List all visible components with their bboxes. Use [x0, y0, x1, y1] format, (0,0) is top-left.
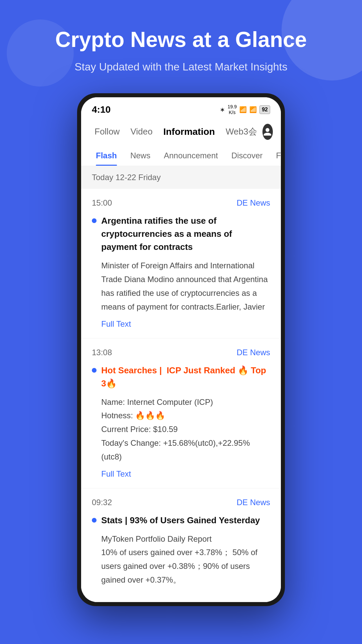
speed-indicator: 19.9K/s [228, 104, 237, 115]
sub-nav-follow[interactable]: Follo [269, 146, 281, 166]
phone-screen: 4:10 ∗ 19.9K/s 📶 📶 92 Follow Video Infor… [81, 97, 281, 602]
phone-container: 4:10 ∗ 19.9K/s 📶 📶 92 Follow Video Infor… [0, 93, 362, 606]
news-title-hot: Hot Searches | ICP Just Ranked 🔥 Top 3🔥 [101, 364, 270, 390]
news-item: 09:32 DE News Stats | 93% of Users Gaine… [81, 488, 281, 602]
nav-item-video[interactable]: Video [125, 124, 158, 140]
news-meta: 15:00 DE News [92, 198, 270, 208]
signal-icon: 📶 [249, 106, 257, 113]
news-item: 15:00 DE News Argentina ratifies the use… [81, 189, 281, 338]
news-content: Hot Searches | ICP Just Ranked 🔥 Top 3🔥 … [92, 364, 270, 479]
status-icons: ∗ 19.9K/s 📶 📶 92 [220, 104, 270, 115]
news-body: MyToken Portfolio Daily Report 10% of us… [101, 532, 270, 587]
news-body: Name: Internet Computer (ICP) Hotness: 🔥… [101, 395, 270, 464]
top-nav: Follow Video Information Web3会 [81, 118, 281, 146]
news-item: 13:08 DE News Hot Searches | ICP Just Ra… [81, 338, 281, 488]
news-meta: 09:32 DE News [92, 498, 270, 507]
news-source[interactable]: DE News [237, 348, 270, 357]
sub-nav-news[interactable]: News [124, 146, 157, 166]
full-text-link[interactable]: Full Text [101, 319, 131, 329]
nav-item-follow[interactable]: Follow [89, 124, 125, 140]
news-content: Argentina ratifies the use of cryptocurr… [92, 214, 270, 328]
news-time: 09:32 [92, 498, 112, 507]
sub-nav-flash[interactable]: Flash [89, 146, 124, 166]
phone-frame: 4:10 ∗ 19.9K/s 📶 📶 92 Follow Video Infor… [77, 93, 285, 606]
news-body: Minister of Foreign Affairs and Internat… [101, 259, 270, 314]
hero-title: Crypto News at a Glance [13, 27, 349, 53]
news-dot [92, 218, 97, 223]
news-source[interactable]: DE News [237, 198, 270, 208]
news-section: 15:00 DE News Argentina ratifies the use… [81, 189, 281, 602]
bluetooth-icon: ∗ [220, 106, 225, 113]
avatar[interactable] [262, 124, 273, 140]
news-dot [92, 518, 97, 523]
news-source[interactable]: DE News [237, 498, 270, 507]
nav-item-information[interactable]: Information [158, 124, 220, 140]
battery-indicator: 92 [259, 105, 270, 114]
status-time: 4:10 [92, 104, 111, 115]
news-dot [92, 368, 97, 373]
hero-section: Crypto News at a Glance Stay Updated wit… [0, 0, 362, 93]
news-content: Stats | 93% of Users Gained Yesterday My… [92, 514, 270, 587]
news-title: Argentina ratifies the use of cryptocurr… [101, 214, 270, 254]
nav-item-web3[interactable]: Web3会 [220, 123, 262, 140]
news-time: 13:08 [92, 348, 112, 357]
news-meta: 13:08 DE News [92, 348, 270, 357]
date-header: Today 12-22 Friday [81, 166, 281, 189]
sub-nav: Flash News Announcement Discover Follo [81, 146, 281, 166]
sub-nav-discover[interactable]: Discover [225, 146, 269, 166]
sub-nav-announcement[interactable]: Announcement [157, 146, 225, 166]
status-bar: 4:10 ∗ 19.9K/s 📶 📶 92 [81, 97, 281, 118]
news-time: 15:00 [92, 198, 112, 208]
full-text-link[interactable]: Full Text [101, 469, 131, 479]
news-title: Stats | 93% of Users Gained Yesterday [101, 514, 270, 527]
wifi-icon: 📶 [239, 106, 247, 113]
hero-subtitle: Stay Updated with the Latest Market Insi… [13, 61, 349, 73]
